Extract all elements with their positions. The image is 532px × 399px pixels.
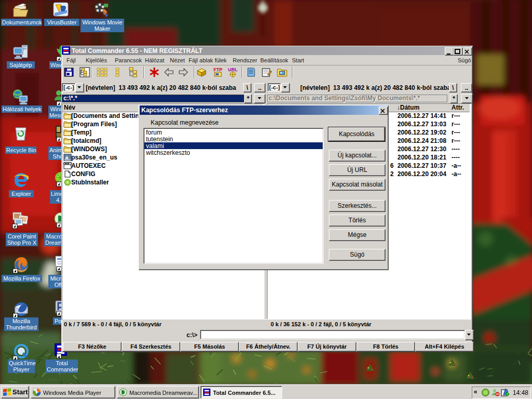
svg-text:FTP: FTP [214, 67, 222, 72]
svg-text:URL: URL [228, 67, 238, 72]
